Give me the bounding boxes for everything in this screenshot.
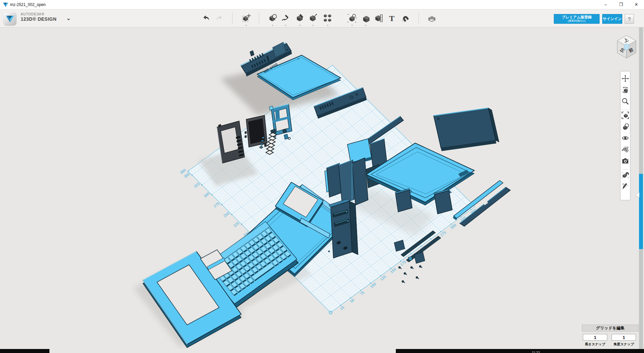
zoom-icon[interactable] xyxy=(622,98,629,105)
taskbar-app-segment[interactable] xyxy=(49,349,396,353)
transform-dropdown-caret-icon[interactable]: ▾ xyxy=(241,24,252,27)
angle-snap-label: 角度スナップ xyxy=(612,342,636,347)
redo-tool-icon[interactable] xyxy=(214,13,225,24)
navigation-toolbar xyxy=(620,71,630,200)
edit-grid-button[interactable]: グリッドを編集 xyxy=(582,325,639,332)
123d-logo-icon[interactable] xyxy=(4,12,16,25)
grouping-tool-icon[interactable] xyxy=(347,13,357,24)
sign-in-button[interactable]: サインイン xyxy=(602,14,622,24)
right-edge-scrollbar[interactable] xyxy=(639,27,643,349)
construct-dropdown-caret-icon[interactable]: ▾ xyxy=(295,24,305,27)
text-tool-icon[interactable]: T xyxy=(386,13,397,24)
part-drive-cage[interactable] xyxy=(329,199,358,258)
toolbar-separator xyxy=(232,13,232,23)
nav-toolbar-separator xyxy=(622,110,629,110)
os-taskbar[interactable]: 11:22 xyxy=(0,349,644,353)
modify-tool-icon[interactable] xyxy=(308,13,318,24)
toolbar-separator xyxy=(259,13,259,23)
look-at-icon[interactable] xyxy=(622,123,629,130)
window-title: mz-2521_002_open xyxy=(10,2,46,7)
hide-show-icon[interactable] xyxy=(622,134,629,142)
pattern-dropdown-caret-icon[interactable]: ▾ xyxy=(322,24,333,27)
length-snap-label: 長さスナップ xyxy=(583,342,607,347)
screenshot-icon[interactable] xyxy=(622,157,629,164)
undo-tool-icon[interactable] xyxy=(201,13,211,24)
grouping-dropdown-caret-icon[interactable]: ▾ xyxy=(347,24,357,27)
restore-button[interactable]: ❐ xyxy=(613,0,629,9)
fit-view-icon[interactable] xyxy=(622,112,629,119)
pan-icon[interactable] xyxy=(622,75,629,82)
part-bracket-box-left[interactable] xyxy=(395,189,412,212)
main-toolbar: AUTODESK® 123D® DESIGN ⌄ ▾▾▾▾▾▾▾▾T プレミアム… xyxy=(0,9,644,27)
combine-tool-icon[interactable] xyxy=(360,13,371,24)
pattern-tool-icon[interactable] xyxy=(322,13,333,24)
close-button[interactable]: ✕ xyxy=(629,0,644,9)
angle-snap-input[interactable] xyxy=(612,334,636,341)
sketch-tool-icon[interactable] xyxy=(280,13,291,24)
app-logo-icon xyxy=(3,2,9,8)
material-tool-icon[interactable] xyxy=(427,13,437,24)
premium-register-button[interactable]: プレミアム版登録 (商業利用向け) xyxy=(554,14,600,24)
combine-dropdown-caret-icon[interactable]: ▾ xyxy=(360,24,371,27)
grid-snap-panel: グリッドを編集 長さスナップ 角度スナップ xyxy=(582,325,639,332)
minimize-button[interactable]: – xyxy=(598,0,613,9)
help-button[interactable]: ? xyxy=(625,14,634,24)
sketch-visibility-icon[interactable] xyxy=(622,183,629,190)
measure-tool-icon[interactable] xyxy=(373,13,384,24)
snap-tool-icon[interactable] xyxy=(400,13,411,24)
grid-visibility-icon[interactable] xyxy=(622,146,629,153)
transform-tool-icon[interactable] xyxy=(241,13,252,24)
taskbar-clock: 11:22 xyxy=(532,351,540,353)
3d-viewport[interactable]: 3603503253002752502252001751501252550751… xyxy=(0,0,644,353)
primitives-tool-icon[interactable] xyxy=(267,13,278,24)
title-bar: mz-2521_002_open – ❐ ✕ xyxy=(0,0,644,9)
svg-text:T: T xyxy=(389,14,394,23)
primitives-dropdown-caret-icon[interactable]: ▾ xyxy=(267,24,278,27)
toolbar-separator xyxy=(419,13,419,23)
orbit-icon[interactable] xyxy=(622,86,629,94)
construct-tool-icon[interactable] xyxy=(295,13,305,24)
application-window: 3603503253002752502252001751501252550751… xyxy=(0,0,644,353)
view-cube[interactable]: 上 左 前 xyxy=(613,30,640,64)
panel-expand-arrow-icon[interactable] xyxy=(636,192,639,198)
length-snap-input[interactable] xyxy=(583,334,607,341)
modify-dropdown-caret-icon[interactable]: ▾ xyxy=(308,24,318,27)
sketch-dropdown-caret-icon[interactable]: ▾ xyxy=(280,24,291,27)
app-menu-chevron-icon[interactable]: ⌄ xyxy=(66,15,71,22)
nav-toolbar-separator xyxy=(622,169,629,169)
brand-text: AUTODESK® 123D® DESIGN xyxy=(21,12,56,22)
snap-toggle-icon[interactable] xyxy=(622,171,629,179)
